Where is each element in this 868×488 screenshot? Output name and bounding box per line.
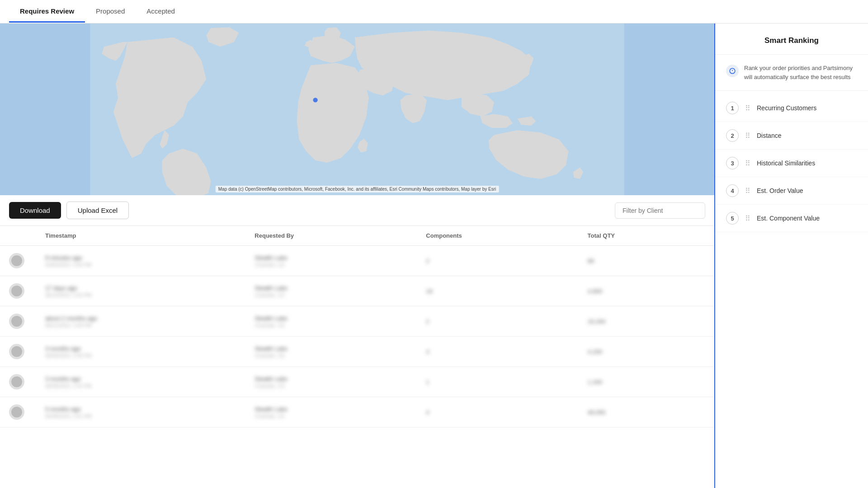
row-avatar-cell [0, 337, 36, 367]
components-value: 18 [426, 288, 432, 295]
requested-sub: Charlotte, US [255, 383, 408, 389]
rank-number: 4 [726, 184, 739, 197]
timestamp-sub: 08/08/2023, 1:42 PM [45, 383, 236, 389]
avatar-inner [11, 407, 22, 418]
row-components: 2 [417, 306, 578, 337]
avatar-inner [11, 346, 22, 357]
timestamp-main: 3 months ago [45, 345, 236, 352]
avatar-inner [11, 255, 22, 266]
left-content: Map data (c) OpenStreetMap contributors,… [0, 23, 714, 488]
svg-point-1 [313, 98, 317, 102]
total-qty-value: 4,200 [588, 348, 603, 355]
right-panel: Smart Ranking Rank your order priorities… [714, 23, 868, 488]
row-total-qty: 4,200 [579, 337, 714, 367]
row-total-qty: 1,340 [579, 367, 714, 397]
toolbar: Download Upload Excel [0, 195, 714, 226]
ranking-item[interactable]: 5 ⠿ Est. Component Value [715, 205, 868, 232]
col-components: Components [417, 226, 578, 246]
main-layout: Map data (c) OpenStreetMap contributors,… [0, 23, 868, 488]
table-header-row: Timestamp Requested By Components Total … [0, 226, 714, 246]
components-value: 4 [426, 409, 429, 416]
col-timestamp: Timestamp [36, 226, 245, 246]
avatar [9, 314, 24, 329]
components-value: 3 [426, 348, 429, 355]
table-row[interactable]: 3 months ago 08/08/2023, 2:48 PM Stealth… [0, 337, 714, 367]
drag-icon[interactable]: ⠿ [745, 131, 750, 140]
upload-excel-button[interactable]: Upload Excel [66, 202, 129, 219]
row-total-qty: 4,800 [579, 276, 714, 306]
requested-sub: Charlotte, US [255, 413, 408, 419]
requested-main: Stealth Labs [255, 345, 408, 352]
rank-label: Est. Order Value [757, 187, 803, 194]
row-requested-by: Stealth Labs Charlotte, US [245, 337, 417, 367]
timestamp-sub: 08/21/2023, 3:38 PM [45, 323, 236, 328]
rank-number: 1 [726, 102, 739, 114]
row-timestamp: about 2 months ago 08/21/2023, 3:38 PM [36, 306, 245, 337]
row-timestamp: 5 months ago 06/08/2023, 1:01 PM [36, 397, 245, 427]
avatar [9, 283, 24, 299]
requested-main: Stealth Labs [255, 315, 408, 322]
row-requested-by: Stealth Labs Charlotte, US [245, 397, 417, 427]
timestamp-sub: 08/19/2023, 2:04 PM [45, 292, 236, 298]
timestamp-main: 8 minutes ago [45, 254, 236, 261]
table-row[interactable]: 8 minutes ago 04/05/2023, 3:04 PM Stealt… [0, 246, 714, 276]
avatar-inner [11, 376, 22, 387]
timestamp-sub: 04/05/2023, 3:04 PM [45, 262, 236, 267]
total-qty-value: 1,340 [588, 379, 603, 385]
row-requested-by: Stealth Labs Charlotte, US [245, 306, 417, 337]
total-qty-value: 19,264 [588, 318, 606, 325]
avatar [9, 374, 24, 389]
map-attribution: Map data (c) OpenStreetMap contributors,… [216, 186, 499, 192]
drag-icon[interactable]: ⠿ [745, 159, 750, 168]
table-row[interactable]: 17 days ago 08/19/2023, 2:04 PM Stealth … [0, 276, 714, 306]
rank-label: Historical Similarities [757, 160, 815, 167]
row-avatar-cell [0, 246, 36, 276]
table-row[interactable]: about 2 months ago 08/21/2023, 3:38 PM S… [0, 306, 714, 337]
table-row[interactable]: 5 months ago 06/08/2023, 1:01 PM Stealth… [0, 397, 714, 427]
timestamp-main: 3 months ago [45, 375, 236, 382]
requested-main: Stealth Labs [255, 406, 408, 413]
total-qty-value: 4,800 [588, 288, 603, 295]
drag-icon[interactable]: ⠿ [745, 104, 750, 113]
row-timestamp: 3 months ago 08/08/2023, 2:48 PM [36, 337, 245, 367]
table-row[interactable]: 3 months ago 08/08/2023, 1:42 PM Stealth… [0, 367, 714, 397]
rank-label: Est. Component Value [757, 215, 820, 222]
ranking-item[interactable]: 2 ⠿ Distance [715, 122, 868, 150]
filter-client-input[interactable] [615, 202, 705, 219]
requested-main: Stealth Labs [255, 285, 408, 291]
total-qty-value: 88 [588, 258, 594, 264]
tab-requires-review[interactable]: Requires Review [9, 1, 85, 23]
ranking-item[interactable]: 1 ⠿ Recurring Customers [715, 94, 868, 122]
download-button[interactable]: Download [9, 202, 61, 219]
row-avatar-cell [0, 397, 36, 427]
rank-number: 3 [726, 157, 739, 169]
timestamp-sub: 06/08/2023, 1:01 PM [45, 413, 236, 419]
top-nav: Requires Review Proposed Accepted [0, 0, 868, 23]
ranking-item[interactable]: 4 ⠿ Est. Order Value [715, 177, 868, 205]
map-container: Map data (c) OpenStreetMap contributors,… [0, 23, 714, 195]
rank-label: Distance [757, 132, 781, 139]
world-map [0, 23, 714, 195]
avatar [9, 253, 24, 268]
row-avatar-cell [0, 306, 36, 337]
drag-icon[interactable]: ⠿ [745, 214, 750, 223]
requested-main: Stealth Labs [255, 254, 408, 261]
row-components: 4 [417, 397, 578, 427]
ranking-item[interactable]: 3 ⠿ Historical Similarities [715, 150, 868, 177]
tab-proposed[interactable]: Proposed [85, 1, 136, 23]
row-avatar-cell [0, 276, 36, 306]
panel-description: Rank your order priorities and Partsimon… [715, 55, 868, 91]
drag-icon[interactable]: ⠿ [745, 187, 750, 195]
panel-desc-text: Rank your order priorities and Partsimon… [744, 64, 857, 81]
requested-sub: Charlotte, US [255, 323, 408, 328]
tab-accepted[interactable]: Accepted [136, 1, 186, 23]
col-total-qty: Total QTY [579, 226, 714, 246]
row-total-qty: 88 [579, 246, 714, 276]
panel-title: Smart Ranking [715, 23, 868, 55]
total-qty-value: 48,000 [588, 409, 606, 416]
rank-label: Recurring Customers [757, 104, 816, 112]
row-total-qty: 19,264 [579, 306, 714, 337]
row-avatar-cell [0, 367, 36, 397]
avatar [9, 404, 24, 420]
components-value: 2 [426, 318, 429, 325]
